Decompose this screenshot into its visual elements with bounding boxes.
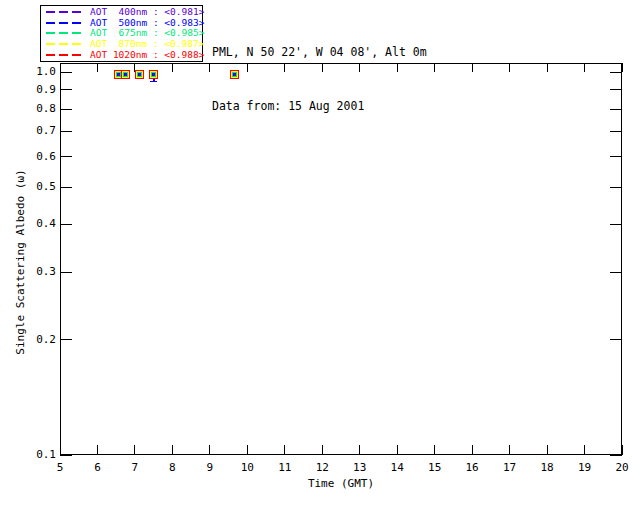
legend: AOT 400nm : <0.981>AOT 500nm : <0.983>AO… [40,5,203,62]
x-tick [547,445,548,455]
x-tick-label: 13 [345,461,375,474]
x-tick-label: 19 [570,461,600,474]
x-tick [134,445,135,455]
y-tick-label: 0.9 [24,83,56,97]
legend-line-sample [46,32,84,34]
x-tick-top [584,63,585,72]
x-tick-label: 17 [495,461,525,474]
x-tick-top [284,63,285,72]
x-tick-top [247,63,248,72]
y-tick [60,455,72,456]
y-tick [60,131,72,132]
y-tick-right [610,131,622,132]
legend-line-sample [46,22,84,24]
legend-row-label: AOT 870nm : <0.987> [90,39,204,49]
legend-row: AOT 400nm : <0.981> [41,7,202,17]
y-tick [60,339,72,340]
data-cluster-marker [121,70,130,79]
x-tick-top [172,63,173,72]
y-tick-right [610,72,622,73]
legend-row: AOT 1020nm : <0.988> [41,50,202,60]
y-tick-label: 0.7 [24,124,56,138]
x-tick-top [472,63,473,72]
y-tick-right [610,89,622,90]
x-tick-label: 18 [532,461,562,474]
x-tick [509,445,510,455]
y-tick-label: 1.0 [24,65,56,79]
y-tick [60,89,72,90]
y-tick-right [610,455,622,456]
y-tick-right [610,339,622,340]
plot-area [60,63,622,455]
y-tick-label: 0.1 [24,448,56,462]
legend-line-sample [46,43,84,45]
x-tick [322,445,323,455]
legend-row-label: AOT 500nm : <0.983> [90,18,204,28]
y-tick-right [610,272,622,273]
x-tick-top [322,63,323,72]
y-tick [60,109,72,110]
legend-row-label: AOT 1020nm : <0.988> [90,50,204,60]
legend-line-sample [46,54,84,56]
legend-row: AOT 675nm : <0.985> [41,28,202,38]
x-tick [359,445,360,455]
x-tick [284,445,285,455]
y-tick-label: 0.6 [24,150,56,164]
y-tick-label: 0.2 [24,333,56,347]
y-tick [60,72,72,73]
y-tick [60,224,72,225]
x-tick-top [209,63,210,72]
data-cluster-marker [135,70,144,79]
x-tick [60,445,61,455]
marker-ring [153,74,155,76]
legend-row: AOT 500nm : <0.983> [41,18,202,28]
marker-ring [118,74,120,76]
x-tick-top [97,63,98,72]
x-tick [97,445,98,455]
x-tick-label: 8 [157,461,187,474]
x-tick-top [397,63,398,72]
x-tick-label: 5 [45,461,75,474]
header-location: PML, N 50 22', W 04 08', Alt 0m [212,43,427,61]
y-tick [60,156,72,157]
x-tick-label: 14 [382,461,412,474]
x-tick [247,445,248,455]
x-tick-top [509,63,510,72]
x-tick-label: 12 [307,461,337,474]
x-tick-label: 9 [195,461,225,474]
legend-row: AOT 870nm : <0.987> [41,39,202,49]
x-tick [584,445,585,455]
marker-ring [125,74,127,76]
x-tick [622,445,623,455]
x-tick-label: 15 [420,461,450,474]
marker-ring [234,74,236,76]
x-tick-label: 6 [82,461,112,474]
ssa-plot-figure: PML, N 50 22', W 04 08', Alt 0m Data fro… [0,0,640,512]
legend-row-label: AOT 400nm : <0.981> [90,7,204,17]
x-tick-label: 7 [120,461,150,474]
x-tick [472,445,473,455]
y-tick [60,187,72,188]
x-tick-top [547,63,548,72]
marker-ring [139,74,141,76]
x-tick [397,445,398,455]
y-tick-right [610,109,622,110]
y-axis-title: Single Scattering Albedo (ω) [14,169,27,354]
x-tick-top [434,63,435,72]
data-cluster-marker [230,70,239,79]
error-bar-cap [150,81,157,82]
x-tick [434,445,435,455]
legend-line-sample [46,11,84,13]
x-tick-top [359,63,360,72]
x-tick-label: 16 [457,461,487,474]
x-tick [209,445,210,455]
y-tick-label: 0.4 [24,217,56,231]
y-tick [60,272,72,273]
legend-row-label: AOT 675nm : <0.985> [90,28,204,38]
y-tick-right [610,224,622,225]
y-tick-label: 0.3 [24,265,56,279]
y-tick-right [610,187,622,188]
y-tick-label: 0.5 [24,180,56,194]
y-tick-right [610,156,622,157]
x-tick-label: 20 [607,461,637,474]
